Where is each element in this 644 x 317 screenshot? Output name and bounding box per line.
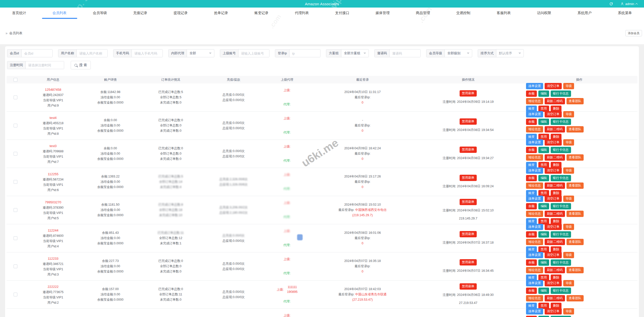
address-info-button[interactable]: 地址信息: [526, 154, 543, 161]
view-team-button[interactable]: 查看团队: [567, 295, 584, 301]
nav-tab-15[interactable]: 系统用户: [577, 8, 591, 22]
address-info-button[interactable]: 地址信息: [526, 183, 543, 189]
disable-brush-order-button[interactable]: 禁用刷单: [460, 231, 477, 237]
refresh-qrcode-button[interactable]: 刷新二维码: [545, 239, 565, 245]
view-team-button[interactable]: 查看团队: [567, 154, 584, 161]
address-info-button[interactable]: 地址信息: [526, 295, 543, 301]
edit-button[interactable]: 编辑: [538, 147, 549, 153]
edit-button[interactable]: 编辑: [538, 175, 549, 181]
chain-order-settings-button[interactable]: 连单设置: [526, 196, 543, 202]
nav-tab-12[interactable]: 交易控制: [456, 8, 470, 22]
clear-orders-button[interactable]: 清空订单: [545, 139, 562, 146]
nav-tab-1[interactable]: 首页统计: [12, 8, 26, 22]
filter-select[interactable]: 全部级别: [445, 50, 472, 57]
level-button[interactable]: 等级: [563, 111, 574, 117]
bank-card-info-button[interactable]: 银行卡信息: [551, 288, 571, 294]
filter-select[interactable]: 全部方案组: [341, 50, 369, 57]
disable-brush-order-button[interactable]: 禁用刷单: [460, 283, 477, 290]
level-button[interactable]: 等级: [563, 308, 574, 314]
refresh-qrcode-button[interactable]: 刷新二维码: [545, 126, 565, 132]
bank-card-info-button[interactable]: 银行卡信息: [551, 175, 571, 181]
address-info-button[interactable]: 地址信息: [526, 267, 543, 273]
bank-card-info-button[interactable]: 银行卡信息: [551, 90, 571, 97]
bank-card-info-button[interactable]: 银行卡信息: [551, 259, 571, 266]
clear-orders-button[interactable]: 清空订单: [545, 252, 562, 258]
row-checkbox[interactable]: [14, 264, 17, 268]
filter-select[interactable]: 默认排序: [496, 50, 524, 57]
clear-orders-button[interactable]: 清空订单: [545, 83, 562, 89]
balance-button[interactable]: 余额: [526, 231, 537, 238]
filter-input[interactable]: [132, 50, 163, 57]
level-button[interactable]: 等级: [563, 252, 574, 258]
disable-brush-order-button[interactable]: 禁用刷单: [460, 175, 477, 181]
chain-order-settings-button[interactable]: 连单设置: [526, 224, 543, 230]
nav-tab-2[interactable]: 会员列表: [53, 8, 67, 22]
filter-select[interactable]: 全部: [187, 50, 214, 57]
nav-tab-11[interactable]: 商品管理: [416, 8, 430, 22]
refresh-qrcode-button[interactable]: 刷新二维码: [545, 98, 565, 104]
balance-button[interactable]: 余额: [526, 90, 537, 97]
nav-tab-13[interactable]: 客服列表: [497, 8, 511, 22]
row-checkbox[interactable]: [14, 124, 17, 127]
register-time-input[interactable]: [26, 61, 64, 69]
select-all-checkbox[interactable]: [14, 78, 17, 82]
level-button[interactable]: 等级: [563, 167, 574, 174]
filter-input[interactable]: [290, 50, 320, 57]
refresh-qrcode-button[interactable]: 刷新二维码: [545, 183, 565, 189]
chain-order-settings-button[interactable]: 连单设置: [526, 167, 543, 174]
view-team-button[interactable]: 查看团队: [567, 267, 584, 273]
edit-button[interactable]: 编辑: [538, 203, 549, 209]
address-info-button[interactable]: 地址信息: [526, 211, 543, 217]
nav-tab-16[interactable]: 系统菜单: [618, 8, 632, 22]
row-checkbox[interactable]: [14, 293, 17, 296]
filter-input[interactable]: [238, 50, 269, 57]
refresh-qrcode-button[interactable]: 刷新二维码: [545, 211, 565, 217]
nav-tab-8[interactable]: 代理列表: [295, 8, 309, 22]
clear-orders-button[interactable]: 清空订单: [545, 196, 562, 202]
chain-order-settings-button[interactable]: 连单设置: [526, 308, 543, 314]
nav-tab-9[interactable]: 支付接口: [335, 8, 349, 22]
view-team-button[interactable]: 查看团队: [567, 211, 584, 217]
edit-button[interactable]: 编辑: [538, 259, 549, 266]
edit-button[interactable]: 编辑: [538, 90, 549, 97]
disable-brush-order-button[interactable]: 禁用刷单: [460, 90, 477, 97]
clear-orders-button[interactable]: 清空订单: [545, 224, 562, 230]
nav-tab-5[interactable]: 提现记录: [174, 8, 188, 22]
row-checkbox[interactable]: [14, 180, 17, 184]
edit-button[interactable]: 编辑: [538, 231, 549, 238]
level-button[interactable]: 等级: [563, 196, 574, 202]
balance-button[interactable]: 余额: [526, 288, 537, 294]
nav-tab-10[interactable]: 媒体管理: [376, 8, 390, 22]
disable-brush-order-button[interactable]: 禁用刷单: [460, 199, 477, 205]
filter-input[interactable]: [22, 50, 52, 57]
add-member-button[interactable]: 添加会员: [625, 30, 642, 36]
view-team-button[interactable]: 查看团队: [567, 126, 584, 132]
level-button[interactable]: 等级: [563, 83, 574, 89]
disable-brush-order-button[interactable]: 禁用刷单: [460, 147, 477, 153]
level-button[interactable]: 等级: [563, 139, 574, 146]
nav-tab-14[interactable]: 访问权限: [537, 8, 551, 22]
row-checkbox[interactable]: [14, 96, 17, 99]
bank-card-info-button[interactable]: 银行卡信息: [551, 147, 571, 153]
refresh-qrcode-button[interactable]: 刷新二维码: [545, 267, 565, 273]
filter-input[interactable]: [390, 50, 420, 57]
disable-brush-order-button[interactable]: 禁用刷单: [460, 118, 477, 125]
user-menu[interactable]: admin: [621, 2, 637, 6]
balance-button[interactable]: 余额: [526, 259, 537, 266]
nav-tab-4[interactable]: 充值记录: [133, 8, 147, 22]
level-button[interactable]: 等级: [563, 280, 574, 286]
level-button[interactable]: 等级: [563, 224, 574, 230]
balance-button[interactable]: 余额: [526, 175, 537, 181]
edit-button[interactable]: 编辑: [538, 316, 549, 317]
bank-card-info-button[interactable]: 银行卡信息: [551, 231, 571, 238]
bank-card-info-button[interactable]: 银行卡信息: [551, 119, 571, 125]
view-team-button[interactable]: 查看团队: [567, 98, 584, 104]
edit-button[interactable]: 编辑: [538, 119, 549, 125]
nav-tab-3[interactable]: 会员等级: [93, 8, 107, 22]
edit-button[interactable]: 编辑: [538, 288, 549, 294]
clear-orders-button[interactable]: 清空订单: [545, 111, 562, 117]
nav-tab-7[interactable]: 账变记录: [254, 8, 268, 22]
disable-brush-order-button[interactable]: 禁用刷单: [460, 259, 477, 265]
clear-orders-button[interactable]: 清空订单: [545, 280, 562, 286]
row-checkbox[interactable]: [14, 152, 17, 156]
